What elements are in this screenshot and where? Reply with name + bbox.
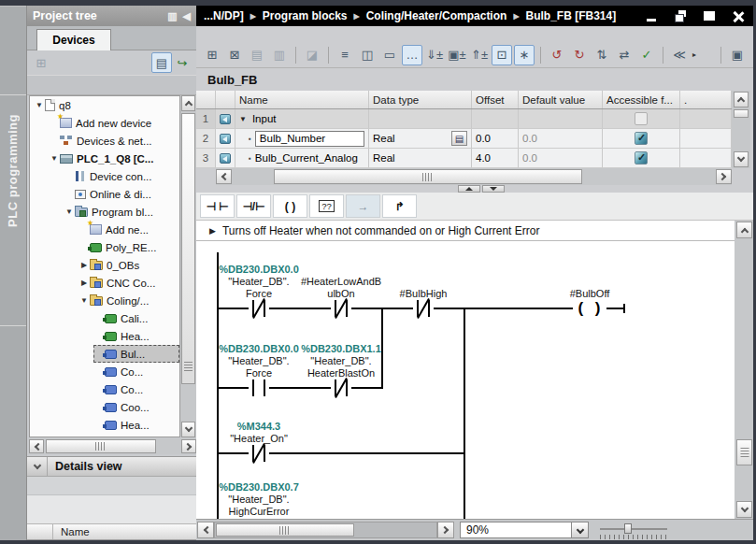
accessible-checkbox[interactable] xyxy=(635,112,648,125)
details-view-toggle-icon[interactable]: ▤ xyxy=(151,52,172,73)
splitter-collapse-up-button[interactable] xyxy=(458,185,480,193)
column-header-offset[interactable]: Offset xyxy=(472,91,519,108)
expand-members-icon[interactable]: ◫ xyxy=(357,45,378,65)
snapshot-icon[interactable]: ⇓± xyxy=(424,45,445,65)
tree-item-folder-cooling[interactable]: ▼Coling/... xyxy=(78,292,179,309)
expander-icon[interactable]: ▼ xyxy=(64,208,75,216)
accessible-checkbox[interactable] xyxy=(635,151,648,165)
default-value-cell[interactable]: 0.0 xyxy=(519,129,603,148)
accessible-checkbox[interactable] xyxy=(635,132,648,145)
scroll-left-button[interactable] xyxy=(29,439,44,453)
ladder-canvas[interactable]: %DB230.DBX0.0 "Heater_DB". Force #Heater… xyxy=(196,241,735,519)
nc-contact[interactable] xyxy=(331,300,351,317)
details-collapse-icon[interactable] xyxy=(27,457,48,476)
compile-icon[interactable]: ✓ xyxy=(636,45,657,65)
splitter-collapse-down-button[interactable] xyxy=(482,185,505,193)
column-header-dot[interactable]: . xyxy=(680,91,732,108)
open-new-editor-icon[interactable]: ↪ xyxy=(172,52,193,73)
upload-values-icon[interactable]: ⇅ xyxy=(592,45,612,65)
scroll-thumb[interactable] xyxy=(734,109,749,118)
load-snapshot-icon[interactable]: ▣± xyxy=(447,45,467,65)
details-view-header[interactable]: Details view xyxy=(27,456,196,477)
tree-item-online-diagnostics[interactable]: Online & di... xyxy=(64,185,179,203)
tree-item-add-new-block[interactable]: Add ne... xyxy=(78,221,179,238)
datatype-cell[interactable]: Real▤ xyxy=(369,129,472,148)
table-vscrollbar[interactable] xyxy=(732,91,750,168)
nc-contact[interactable] xyxy=(413,300,434,317)
add-row-icon[interactable]: ⊞ xyxy=(202,45,222,65)
scroll-up-button[interactable] xyxy=(734,92,749,107)
monitor-once-icon[interactable]: ↻ xyxy=(569,45,590,65)
table-hscrollbar[interactable] xyxy=(216,168,732,185)
expander-icon[interactable]: ▼ xyxy=(78,296,90,305)
scroll-down-button[interactable] xyxy=(734,151,749,167)
scroll-thumb[interactable] xyxy=(736,439,752,465)
ladder-hscrollbar[interactable] xyxy=(214,522,437,538)
insert-row-above-icon[interactable]: ▤ xyxy=(247,45,267,65)
tree-item-block[interactable]: Coo... xyxy=(93,398,179,416)
slider-thumb[interactable] xyxy=(624,523,632,534)
restore-icon[interactable] xyxy=(674,10,688,22)
maximize-icon[interactable] xyxy=(703,10,717,22)
ladder-vscrollbar[interactable] xyxy=(735,221,753,519)
insert-row-below-icon[interactable]: ▥ xyxy=(269,45,290,65)
nc-contact[interactable] xyxy=(249,445,269,462)
default-value-cell[interactable]: 0.0 xyxy=(519,149,603,167)
tree-item-project[interactable]: ▼q8 xyxy=(34,96,179,114)
collapse-panel-icon[interactable]: ◀ xyxy=(183,11,191,21)
sort-icon[interactable]: ≡ xyxy=(335,45,355,65)
tree-item-device-config[interactable]: Device con... xyxy=(64,167,179,185)
expander-icon[interactable]: ▶ xyxy=(78,261,90,269)
table-row-input-group[interactable]: 1 ▼Input xyxy=(196,109,732,129)
expanded-mode-icon[interactable]: ∗ xyxy=(514,45,535,65)
scroll-thumb[interactable] xyxy=(274,169,582,184)
scroll-left-button[interactable] xyxy=(216,169,232,184)
network-title-row[interactable]: ▶ Turns off Heater when not commanded on… xyxy=(196,221,735,241)
expander-icon[interactable]: ▼ xyxy=(49,154,60,163)
empty-box-button[interactable]: ?? xyxy=(309,194,344,218)
scroll-down-button[interactable] xyxy=(181,422,195,437)
tree-item-program-blocks[interactable]: ▼Program bl... xyxy=(64,203,179,221)
scroll-right-button[interactable] xyxy=(181,439,196,453)
breadcrumb-item[interactable]: Program blocks xyxy=(263,9,348,22)
column-header-name[interactable]: Name xyxy=(235,91,369,108)
name-cell-selected[interactable]: Bulb_Number xyxy=(255,131,364,147)
scroll-right-button[interactable] xyxy=(716,169,732,184)
keep-actual-values-icon[interactable]: ◪ xyxy=(302,45,322,65)
close-branch-button[interactable]: ↱ xyxy=(382,194,417,218)
breadcrumb-item[interactable]: ...N/DP] xyxy=(204,9,244,22)
scroll-right-button[interactable] xyxy=(437,522,454,538)
tree-item-block[interactable]: Hea... xyxy=(93,416,179,434)
output-coil[interactable]: ( ) xyxy=(573,298,606,319)
panel-layout-icon[interactable]: ▥ xyxy=(167,11,177,21)
dropdown-arrow-icon[interactable]: ▸ xyxy=(692,50,696,59)
table-row-bulb-current-analog[interactable]: 3 ▪Bulb_Current_Analog Real 4.0 0.0 xyxy=(196,149,732,168)
scroll-left-button[interactable] xyxy=(197,522,214,538)
column-header-default[interactable]: Default value xyxy=(519,91,603,108)
tree-item-folder-obs[interactable]: ▶0_OBs xyxy=(78,256,179,274)
nc-contact[interactable] xyxy=(249,300,269,317)
no-contact[interactable] xyxy=(249,379,269,396)
delete-row-icon[interactable]: ⊠ xyxy=(224,45,245,65)
datatype-cell[interactable]: Real xyxy=(369,149,472,167)
tree-item-block[interactable]: Hea... xyxy=(93,327,179,345)
tree-item-block[interactable]: Poly_RE... xyxy=(78,238,179,256)
table-row-bulb-number[interactable]: 2 ▪Bulb_Number Real▤ 0.0 0.0 xyxy=(196,129,732,149)
initialize-setpoints-icon[interactable]: ⇑± xyxy=(469,45,490,65)
close-icon[interactable] xyxy=(732,10,746,22)
closed-contact-button[interactable]: ⊣/⊢ xyxy=(236,194,271,218)
expander-icon[interactable]: ▶ xyxy=(78,279,90,287)
zoom-slider[interactable] xyxy=(600,522,667,539)
editor-layout-icon[interactable]: ▣ xyxy=(727,45,748,65)
column-header-accessible[interactable]: Accessible f... xyxy=(603,91,680,108)
zoom-dropdown-icon[interactable] xyxy=(571,523,588,537)
coil-button[interactable]: ( ) xyxy=(273,194,307,218)
expander-icon[interactable]: ▼ xyxy=(34,101,45,109)
tree-item-devices-networks[interactable]: Devices & net... xyxy=(49,132,179,150)
comment-icon[interactable]: … xyxy=(402,45,422,65)
datatype-picker-icon[interactable]: ▤ xyxy=(451,131,467,146)
nc-contact[interactable] xyxy=(331,379,351,396)
breadcrumb-item[interactable]: Coling/Heater/Compaction xyxy=(366,9,507,22)
tree-item-plc[interactable]: ▼PLC_1_Q8 [C... xyxy=(49,150,179,167)
breadcrumb-item[interactable]: Bulb_FB [FB314] xyxy=(526,9,617,22)
